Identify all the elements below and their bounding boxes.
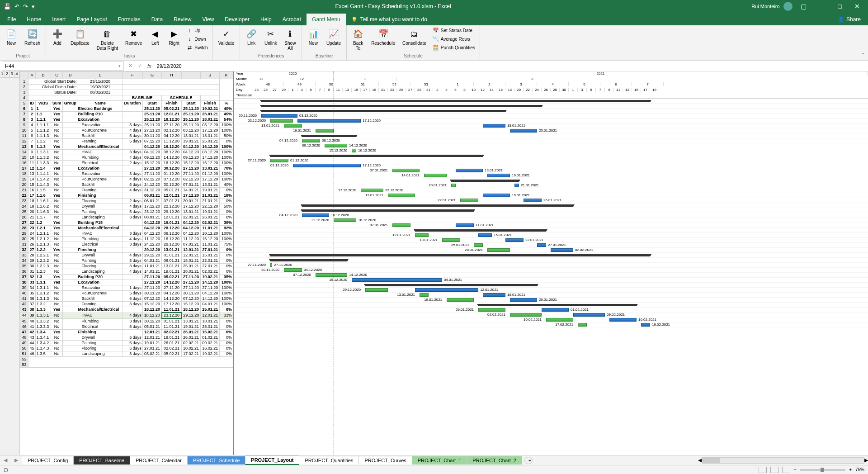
baseline-bar[interactable]: [510, 313, 542, 317]
table-row[interactable]: 24191.1.6.2NoDrywall4 days17.12.2022.12.…: [20, 204, 233, 209]
schedule-bar[interactable]: [505, 238, 524, 242]
table-row[interactable]: 28231.2.1YesMechanical/Electrical04.12.2…: [20, 226, 233, 231]
collapse-ribbon-icon[interactable]: ˄: [858, 51, 868, 60]
table-row[interactable]: 611YesElectric Buildings25.11.2005.02.21…: [20, 106, 233, 112]
set-status-date-button[interactable]: 📅Set Status Date: [431, 26, 477, 34]
summary-bar[interactable]: [261, 110, 505, 112]
schedule-bar[interactable]: [609, 318, 637, 322]
table-row[interactable]: 831.1.1YesExcavation25.11.2018.12.2025.1…: [20, 117, 233, 123]
macro-record-icon[interactable]: ▢: [4, 467, 8, 472]
menu-tab-acrobat[interactable]: Acrobat: [277, 14, 307, 25]
table-row[interactable]: 19141.1.4.2NoPourConcrete4 days02.12.200…: [20, 177, 233, 182]
col-header-A[interactable]: A: [28, 72, 36, 79]
duplicate-button[interactable]: 📋Duplicate: [68, 26, 92, 47]
schedule-bar[interactable]: [510, 129, 537, 133]
menu-tab-help[interactable]: Help: [255, 14, 277, 25]
consolidate-button[interactable]: 🗂Consolidate: [400, 26, 429, 47]
baseline-bar[interactable]: [487, 248, 510, 252]
baseline-bar[interactable]: [451, 184, 456, 187]
schedule-bar[interactable]: [487, 174, 510, 177]
table-row[interactable]: 37321.3YesBuilding P2027.11.2005.02.2127…: [20, 275, 233, 280]
normal-view-icon[interactable]: [759, 467, 767, 473]
table-row[interactable]: 1161.1.1.3NoBackfill5 days30.11.2004.12.…: [20, 133, 233, 139]
table-row[interactable]: 40351.3.1.2NoPourConcrete5 days30.11.200…: [20, 291, 233, 296]
table-row[interactable]: 49441.3.4.2NoPainting6 days19.01.2126.01…: [20, 341, 233, 346]
schedule-bar[interactable]: [641, 323, 650, 327]
baseline-bar[interactable]: [270, 263, 272, 267]
schedule-bar[interactable]: [261, 114, 297, 118]
baseline-bar[interactable]: [424, 174, 447, 177]
baseline-bar[interactable]: [392, 169, 420, 172]
sheet-tab-project_baseline[interactable]: PROJECT_Baseline: [73, 456, 130, 465]
update-button[interactable]: 📈Update: [324, 26, 344, 47]
gantt-chart[interactable]: Year:20202021Month:111212Week:4849505152…: [234, 71, 868, 455]
refresh-button[interactable]: 🔄Refresh: [22, 26, 43, 47]
table-row[interactable]: 38331.3.1YesExcavation27.11.2014.12.2027…: [20, 280, 233, 285]
reschedule-button[interactable]: 📅Reschedule: [368, 26, 398, 47]
scroll-right-icon[interactable]: ▶: [864, 457, 868, 463]
redo-icon[interactable]: ↷: [23, 3, 28, 10]
baseline-bar[interactable]: [325, 144, 347, 147]
cancel-formula-icon[interactable]: ✕: [126, 63, 135, 69]
table-row[interactable]: 721.1YesBuilding P1025.11.2012.01.2125.1…: [20, 112, 233, 117]
scroll-left-icon[interactable]: ◀: [698, 457, 702, 463]
table-row[interactable]: 1271.1.2NoFraming5 days07.12.2011.12.201…: [20, 139, 233, 144]
enter-formula-icon[interactable]: ✓: [135, 63, 145, 69]
baseline-bar[interactable]: [316, 273, 347, 277]
outline-gutter[interactable]: 1234: [0, 71, 20, 455]
unlink-button[interactable]: ✂Unlink: [262, 26, 280, 47]
sheet-tab-project_calendar[interactable]: PROJECT_Calendar: [130, 456, 188, 465]
table-row[interactable]: 25201.1.6.3NoPainting5 days23.12.2029.12…: [20, 209, 233, 215]
baseline-bar[interactable]: [284, 268, 302, 272]
baseline-bar[interactable]: [447, 298, 474, 302]
schedule-bar[interactable]: [297, 119, 361, 123]
summary-bar[interactable]: [302, 209, 474, 212]
col-header-H[interactable]: H: [162, 72, 181, 79]
summary-bar[interactable]: [261, 105, 542, 107]
new-button[interactable]: 📄New: [3, 26, 20, 47]
schedule-bar[interactable]: [514, 184, 519, 187]
summary-bar[interactable]: [415, 229, 546, 232]
table-row[interactable]: 17121.1.4YesExcavation27.11.2030.12.2027…: [20, 166, 233, 171]
validate-button[interactable]: ✓Validate: [216, 26, 237, 47]
table-row[interactable]: 29241.2.1.1NoHVAC3 days04.12.2008.12.200…: [20, 231, 233, 237]
table-row[interactable]: 42371.3.2NoFraming3 days15.12.2017.12.20…: [20, 302, 233, 307]
summary-bar[interactable]: [478, 304, 637, 306]
schedule-bar[interactable]: [478, 233, 492, 237]
summary-bar[interactable]: [302, 204, 573, 207]
table-row[interactable]: 34291.2.2.2NoPainting5 days04.01.2108.01…: [20, 258, 233, 264]
sheet-nav-next-icon[interactable]: ▶: [11, 457, 22, 463]
baseline-bar[interactable]: [478, 308, 505, 312]
share-button[interactable]: 👤 Share: [832, 14, 866, 25]
baseline-bar[interactable]: [361, 189, 383, 192]
zoom-out-icon[interactable]: −: [794, 467, 797, 472]
delete-button[interactable]: 🗑DeleteData Right: [94, 26, 121, 52]
fx-icon[interactable]: fx: [145, 63, 154, 69]
menu-tab-insert[interactable]: Insert: [47, 14, 71, 25]
menu-tab-file[interactable]: File: [2, 14, 21, 25]
schedule-bar[interactable]: [573, 313, 605, 317]
summary-bar[interactable]: [261, 100, 650, 102]
menu-tab-home[interactable]: Home: [21, 14, 47, 25]
add-button[interactable]: ➕Add: [49, 26, 66, 47]
formula-input[interactable]: 29/12/2020: [154, 63, 868, 69]
table-row[interactable]: 15101.1.3.2NoPlumbing4 days09.12.2014.12…: [20, 155, 233, 161]
table-row[interactable]: 50451.3.4.3NoFlooring5 days27.01.2102.02…: [20, 346, 233, 351]
baseline-bar[interactable]: [284, 124, 302, 128]
table-row[interactable]: 44391.3.3.1NoHVAC4 days18.12.2023.12.202…: [20, 313, 233, 318]
page-break-view-icon[interactable]: [782, 467, 790, 473]
baseline-bar[interactable]: [365, 288, 388, 292]
horizontal-scrollbar[interactable]: ◀▶: [698, 457, 868, 464]
average-rows-button[interactable]: 📉Average Rows: [431, 35, 477, 43]
baseline-bar[interactable]: [460, 199, 478, 202]
right-button[interactable]: ▶Right: [165, 26, 183, 47]
sheet-tab-project_curves[interactable]: PROJECT_Curves: [359, 456, 412, 465]
new-button[interactable]: 📊New: [305, 26, 322, 47]
menu-tab-review[interactable]: Review: [168, 14, 197, 25]
table-row[interactable]: 31261.2.1.3NoElectrical3 days24.12.2028.…: [20, 242, 233, 247]
menu-tab-formulas[interactable]: Formulas: [113, 14, 146, 25]
baseline-bar[interactable]: [352, 149, 356, 152]
close-icon[interactable]: ✕: [850, 3, 864, 10]
baseline-bar[interactable]: [420, 293, 429, 297]
schedule-bar[interactable]: [524, 199, 542, 202]
